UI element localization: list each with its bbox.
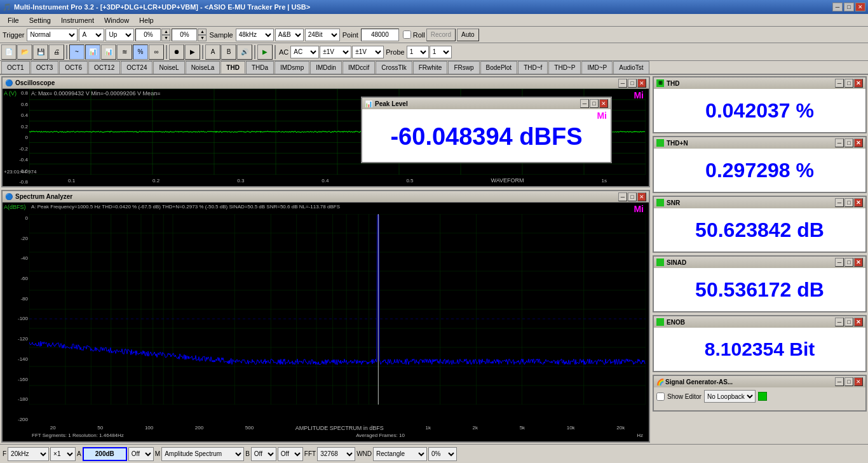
siggen-close[interactable]: ✕ xyxy=(854,377,863,386)
new-icon[interactable]: 📄 xyxy=(1,44,17,60)
play-icon[interactable]: ▶ xyxy=(185,44,200,60)
tab-oct12[interactable]: OCT12 xyxy=(88,61,120,74)
sinad-maximize[interactable]: □ xyxy=(844,258,853,267)
tab-noisel[interactable]: NoiseL xyxy=(153,61,184,74)
meter-icon[interactable]: 📊 xyxy=(101,44,116,60)
enob-minimize[interactable]: ─ xyxy=(835,318,844,326)
mode-select[interactable]: Amplitude Spectrum xyxy=(161,447,244,461)
save-icon[interactable]: 💾 xyxy=(33,44,48,60)
window-select[interactable]: Rectangle xyxy=(373,447,427,461)
tab-thda[interactable]: THDa xyxy=(246,61,274,74)
point-input[interactable] xyxy=(361,29,399,41)
off2-select[interactable]: Off xyxy=(278,447,303,461)
tab-imddin[interactable]: IMDdin xyxy=(310,61,342,74)
auto-button[interactable]: Auto xyxy=(457,29,479,41)
start-icon[interactable]: ▶ xyxy=(257,44,273,60)
menu-window[interactable]: Window xyxy=(99,15,134,25)
menu-setting[interactable]: Setting xyxy=(24,15,56,25)
tab-thd[interactable]: THD xyxy=(220,61,245,74)
print-icon[interactable]: 🖨 xyxy=(49,44,64,60)
lissajous-icon[interactable]: ∞ xyxy=(149,44,164,60)
a-ch-icon[interactable]: A xyxy=(205,44,220,60)
range2-select[interactable]: ±1V xyxy=(352,46,384,58)
tab-oct3[interactable]: OCT3 xyxy=(31,61,59,74)
snr-close[interactable]: ✕ xyxy=(854,198,863,207)
siggen-maximize[interactable]: □ xyxy=(844,377,853,386)
maximize-button[interactable]: □ xyxy=(844,3,854,11)
percent1-down[interactable]: ▼ xyxy=(161,35,170,41)
menu-help[interactable]: Help xyxy=(134,15,159,25)
tab-oct1[interactable]: OCT1 xyxy=(1,61,30,74)
percent2-input[interactable] xyxy=(172,29,197,41)
spec-close[interactable]: ✕ xyxy=(637,192,646,201)
spec-maximize[interactable]: □ xyxy=(628,192,637,201)
tab-noisela[interactable]: NoiseLa xyxy=(186,61,220,74)
tab-frswp[interactable]: FRswp xyxy=(448,61,479,74)
volume-icon[interactable]: 🔊 xyxy=(237,44,252,60)
oscilloscope-icon[interactable]: ~ xyxy=(69,44,85,60)
close-button[interactable]: ✕ xyxy=(855,3,865,11)
thdn-close[interactable]: ✕ xyxy=(854,138,863,147)
ab-select[interactable]: A&B xyxy=(275,29,304,41)
ac1-select[interactable]: AC xyxy=(290,46,319,58)
b-ch-icon[interactable]: B xyxy=(221,44,236,60)
tab-imdccif[interactable]: IMDccif xyxy=(342,61,375,74)
tab-frwhite[interactable]: FRwhite xyxy=(413,61,448,74)
minimize-button[interactable]: ─ xyxy=(832,3,843,11)
percent1-up[interactable]: ▲ xyxy=(161,29,170,35)
wave-icon[interactable]: ≋ xyxy=(117,44,132,60)
off1-select[interactable]: Off xyxy=(128,447,154,461)
tab-imdp[interactable]: IMD~P xyxy=(581,61,613,74)
tab-imdsmp[interactable]: IMDsmp xyxy=(275,61,309,74)
direction-select[interactable]: Up xyxy=(105,29,134,41)
rec-icon[interactable]: ⏺ xyxy=(169,44,184,60)
osc-close[interactable]: ✕ xyxy=(637,79,646,88)
enob-maximize[interactable]: □ xyxy=(844,318,853,326)
bit-select[interactable]: 24Bit xyxy=(305,29,340,41)
thd-minimize[interactable]: ─ xyxy=(835,79,844,88)
spectrum-icon[interactable]: 📊 xyxy=(85,44,100,60)
probe2-select[interactable]: 1 xyxy=(430,46,452,58)
peak-minimize[interactable]: ─ xyxy=(580,99,589,108)
trigger-mode-select[interactable]: Normal xyxy=(27,29,78,41)
percent-select[interactable]: 0% xyxy=(428,447,457,461)
fft-select[interactable]: 32768 xyxy=(317,447,355,461)
thdn-minimize[interactable]: ─ xyxy=(835,138,844,147)
thd-close[interactable]: ✕ xyxy=(854,79,863,88)
tab-oct6[interactable]: OCT6 xyxy=(59,61,88,74)
tab-oct24[interactable]: OCT24 xyxy=(121,61,153,74)
multiplier-select[interactable]: ×1 xyxy=(50,447,76,461)
percent1-input[interactable] xyxy=(135,29,161,41)
b-select[interactable]: Off xyxy=(251,447,276,461)
percent2-down[interactable]: ▼ xyxy=(198,35,207,41)
sinad-close[interactable]: ✕ xyxy=(854,258,863,267)
osc-minimize[interactable]: ─ xyxy=(618,79,627,88)
open-icon[interactable]: 📂 xyxy=(17,44,32,60)
thd-maximize[interactable]: □ xyxy=(844,79,853,88)
record-button[interactable]: Record xyxy=(426,29,456,41)
sinad-minimize[interactable]: ─ xyxy=(835,258,844,267)
probe1-select[interactable]: 1 xyxy=(407,46,429,58)
show-editor-checkbox[interactable] xyxy=(656,393,665,401)
loopback-select[interactable]: No Loopback xyxy=(704,390,756,403)
tab-bodeplot[interactable]: BodePlot xyxy=(480,61,518,74)
thd-icon[interactable]: % xyxy=(133,44,148,60)
range1-select[interactable]: ±1V xyxy=(320,46,351,58)
osc-maximize[interactable]: □ xyxy=(628,79,637,88)
tab-thdp[interactable]: THD~P xyxy=(548,61,581,74)
siggen-minimize[interactable]: ─ xyxy=(835,377,844,386)
tab-crosstlk[interactable]: CrossTlk xyxy=(376,61,412,74)
menu-instrument[interactable]: Instrument xyxy=(56,15,99,25)
sample-rate-select[interactable]: 48kHz xyxy=(236,29,274,41)
tab-audiotst[interactable]: AudioTst xyxy=(613,61,649,74)
spec-minimize[interactable]: ─ xyxy=(618,192,627,201)
thdn-maximize[interactable]: □ xyxy=(844,138,853,147)
amplitude-input[interactable] xyxy=(83,447,127,461)
channel-select[interactable]: A xyxy=(79,29,104,41)
percent2-up[interactable]: ▲ xyxy=(198,29,207,35)
frequency-select[interactable]: 20kHz xyxy=(8,447,49,461)
peak-maximize[interactable]: □ xyxy=(590,99,599,108)
snr-maximize[interactable]: □ xyxy=(844,198,853,207)
tab-thdf[interactable]: THD~f xyxy=(518,61,548,74)
roll-checkbox[interactable] xyxy=(403,30,411,39)
